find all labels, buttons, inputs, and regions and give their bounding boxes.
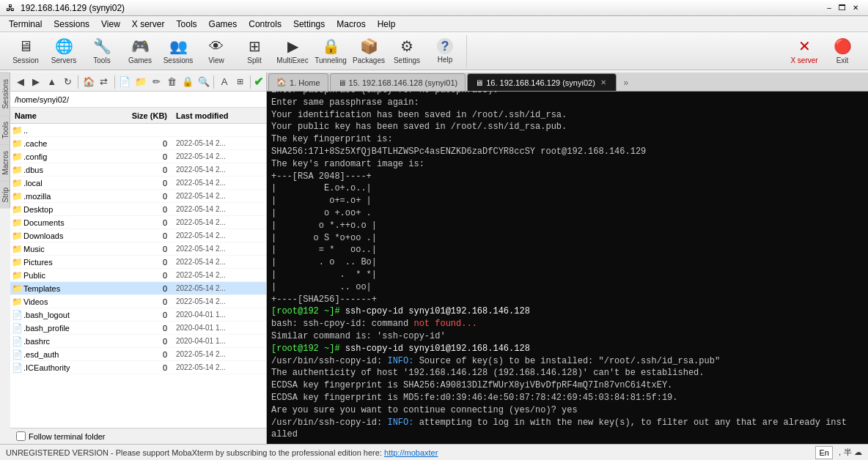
file-date: 2022-05-14 2... (172, 284, 266, 292)
session-button[interactable]: 🖥 Session (7, 35, 44, 67)
file-date: 2022-05-14 2... (172, 245, 266, 253)
file-grid-button[interactable]: ⊞ (233, 74, 247, 90)
help-label: Help (438, 56, 453, 64)
file-up-button[interactable]: ▲ (45, 74, 59, 90)
maximize-button[interactable]: 🗖 (836, 2, 849, 14)
list-item[interactable]: 📄.bash_profile02020-04-01 1... (10, 322, 266, 335)
file-rename-button[interactable]: ✏ (150, 74, 163, 90)
side-tab-strip[interactable]: Strip (0, 181, 10, 209)
list-item[interactable]: 📁.dbus02022-05-14 2... (10, 163, 266, 177)
tab-synyi02[interactable]: 🖥 16. 192.168.146.129 (synyi02) ✕ (467, 73, 617, 91)
menu-macros[interactable]: Macros (331, 18, 371, 31)
list-item[interactable]: 📁Pictures02022-05-14 2... (10, 256, 266, 269)
list-item[interactable]: 📁.mozilla02022-05-14 2... (10, 190, 266, 203)
terminal-line: +---[RSA 2048]----+ (271, 171, 372, 182)
tab-synyi01[interactable]: 🖥 15. 192.168.146.128 (synyi01) (330, 73, 466, 91)
menu-xserver[interactable]: X server (126, 18, 171, 31)
file-date: 2022-05-14 2... (172, 152, 266, 160)
split-button[interactable]: ⊞ Split (236, 35, 273, 67)
exit-label: Exit (836, 56, 849, 64)
follow-terminal-checkbox[interactable] (16, 431, 26, 441)
servers-button[interactable]: 🌐 Servers (45, 35, 82, 67)
view-button[interactable]: 👁 View (198, 35, 235, 67)
file-permissions-button[interactable]: 🔒 (180, 74, 194, 90)
file-name: .esd_auth (23, 350, 113, 359)
file-sync-button[interactable]: ⇄ (97, 74, 111, 90)
file-newfile-button[interactable]: 📄 (118, 74, 132, 90)
terminal-line: +----[SHA256]------+ (271, 294, 377, 305)
list-item[interactable]: 📄.bash_logout02020-04-01 1... (10, 308, 266, 322)
file-name: .ICEauthority (23, 363, 113, 372)
menu-view[interactable]: View (95, 18, 126, 31)
menu-terminal[interactable]: Terminal (3, 18, 48, 31)
file-delete-button[interactable]: 🗑 (165, 74, 179, 90)
minimize-button[interactable]: – (823, 2, 836, 14)
list-item[interactable]: 📁Templates02022-05-14 2... (10, 282, 266, 295)
list-item[interactable]: 📁Videos02022-05-14 2... (10, 295, 266, 308)
xserver-label: X server (790, 56, 817, 64)
connection-status-icon: ✔ (254, 75, 263, 89)
file-forward-button[interactable]: ▶ (29, 74, 43, 90)
file-text-button[interactable]: A (217, 74, 231, 90)
file-home-button[interactable]: 🏠 (81, 74, 95, 90)
side-tab-macros[interactable]: Macros (0, 144, 10, 181)
tab-home[interactable]: 🏠 1. Home (268, 73, 328, 91)
menu-tools[interactable]: Tools (171, 18, 203, 31)
list-item[interactable]: 📁Documents02022-05-14 2... (10, 216, 266, 229)
file-search-button[interactable]: 🔍 (196, 74, 210, 90)
file-size: 0 (113, 231, 172, 240)
file-size: 0 (113, 205, 172, 214)
xserver-button[interactable]: ✕ X server (786, 35, 823, 67)
close-button[interactable]: ✕ (849, 2, 862, 14)
list-item[interactable]: 📄.bashrc02020-04-01 1... (10, 335, 266, 348)
tab-synyi01-label: 15. 192.168.146.128 (synyi01) (349, 78, 458, 87)
menu-controls[interactable]: Controls (243, 18, 287, 31)
exit-button[interactable]: 🔴 Exit (824, 35, 861, 67)
file-size: 0 (113, 166, 172, 174)
menu-settings[interactable]: Settings (287, 18, 331, 31)
list-item[interactable]: 📁Downloads02022-05-14 2... (10, 229, 266, 242)
list-item[interactable]: 📁Public02022-05-14 2... (10, 269, 266, 282)
settings-button[interactable]: ⚙ Settings (389, 35, 425, 67)
file-size: 0 (113, 363, 172, 372)
side-tab-tools[interactable]: Tools (0, 115, 10, 144)
tab-synyi02-close[interactable]: ✕ (598, 78, 608, 88)
file-icon: 📄 (10, 363, 23, 373)
games-icon: 🎮 (131, 37, 150, 55)
file-name: Documents (23, 218, 113, 227)
list-item[interactable]: 📁.config02022-05-14 2... (10, 150, 266, 163)
tools-icon: 🔧 (93, 37, 111, 55)
list-item[interactable]: 📁.. (10, 124, 266, 137)
tools-button[interactable]: 🔧 Tools (84, 35, 120, 67)
list-item[interactable]: 📄.ICEauthority02022-05-14 2... (10, 361, 266, 374)
menu-help[interactable]: Help (372, 18, 402, 31)
menu-games[interactable]: Games (203, 18, 243, 31)
file-size: 0 (113, 350, 172, 359)
file-back-button[interactable]: ◀ (13, 74, 27, 90)
file-icon: 📄 (10, 323, 23, 333)
side-tab-sessions[interactable]: Sessions (0, 73, 10, 115)
mobaxter-link[interactable]: http://mobaxter (384, 448, 438, 457)
list-item[interactable]: 📁.local02022-05-14 2... (10, 177, 266, 190)
terminal-line: | o *.++o.o | (271, 220, 377, 231)
list-item[interactable]: 📁.cache02022-05-14 2... (10, 137, 266, 150)
col-date-header: Last modified (172, 111, 266, 120)
file-date: 2020-04-01 1... (172, 311, 266, 319)
file-refresh-button[interactable]: ↻ (60, 74, 74, 90)
list-item[interactable]: 📄.esd_auth02022-05-14 2... (10, 348, 266, 361)
tunneling-button[interactable]: 🔒 Tunneling (312, 35, 349, 67)
sessions-button[interactable]: 👥 Sessions (160, 35, 196, 67)
terminal-area[interactable]: [root@192 ~]# ssh-keygen Generating publ… (267, 92, 868, 444)
help-button[interactable]: ? Help (427, 35, 463, 67)
packages-button[interactable]: 📦 Packages (350, 35, 387, 67)
list-item[interactable]: 📁Desktop02022-05-14 2... (10, 203, 266, 216)
games-button[interactable]: 🎮 Games (122, 35, 158, 67)
list-item[interactable]: 📁Music02022-05-14 2... (10, 242, 266, 256)
menu-sessions[interactable]: Sessions (48, 18, 95, 31)
file-size: 0 (113, 258, 172, 267)
file-newfolder-button[interactable]: 📁 (133, 74, 147, 90)
tab-scroll-button[interactable]: » (618, 75, 634, 91)
multiexec-button[interactable]: ▶ MultiExec (274, 35, 311, 67)
language-button[interactable]: En (815, 446, 832, 459)
file-size: 0 (113, 152, 172, 161)
